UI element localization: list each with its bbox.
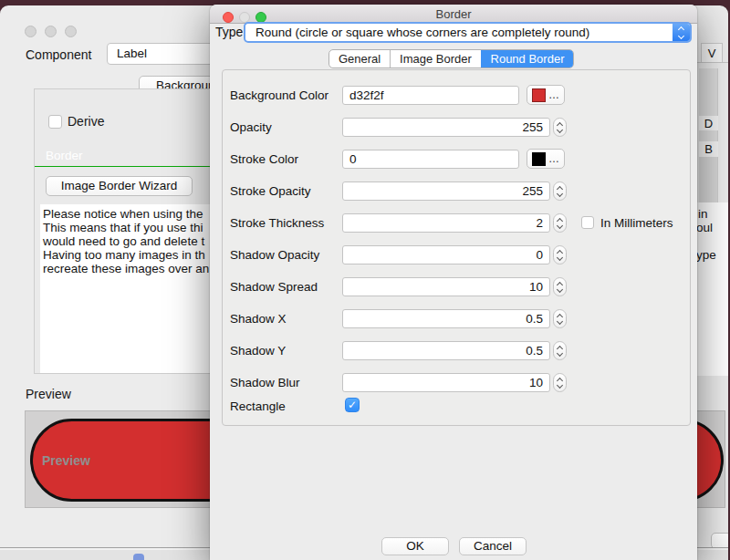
- rectangle-label: Rectangle: [230, 397, 286, 416]
- derive-label: Derive: [68, 112, 104, 130]
- shadow-x-input[interactable]: 0.5: [342, 309, 550, 328]
- edge-tab-underline: [696, 62, 728, 63]
- ok-button[interactable]: OK: [381, 537, 449, 555]
- stroke-color-input[interactable]: 0: [342, 150, 519, 169]
- stroke-opacity-label: Stroke Opacity: [230, 181, 311, 201]
- check-icon: ✓: [348, 399, 357, 411]
- edge-text-fragment-area: in oul ype: [696, 202, 728, 376]
- dialog-title: Border: [210, 5, 697, 24]
- stroke-thickness-stepper[interactable]: [553, 213, 567, 233]
- shadow-blur-label: Shadow Blur: [230, 373, 300, 392]
- rectangle-checkbox[interactable]: ✓: [345, 398, 360, 412]
- color-swatch-icon: [532, 152, 546, 166]
- shadow-opacity-stepper[interactable]: [553, 245, 567, 264]
- border-type-tabs: General Image Border Round Border: [328, 49, 574, 68]
- edge-text-fragment: ype: [696, 248, 716, 262]
- shadow-y-label: Shadow Y: [230, 341, 286, 360]
- shadow-y-stepper[interactable]: [553, 341, 567, 360]
- in-millimeters-checkbox[interactable]: [581, 216, 594, 229]
- close-icon[interactable]: [25, 26, 36, 37]
- dialog-titlebar[interactable]: Border: [210, 5, 697, 24]
- ellipsis-icon: …: [548, 90, 559, 99]
- border-list-item-label: Border: [46, 149, 83, 162]
- shadow-spread-stepper[interactable]: [553, 277, 567, 296]
- stroke-opacity-stepper[interactable]: [553, 181, 567, 201]
- border-dialog: Border Type Round (circle or square whos…: [210, 5, 697, 560]
- shadow-blur-stepper[interactable]: [553, 373, 567, 392]
- round-border-panel: Background Color d32f2f … Opacity 255 St…: [222, 69, 691, 426]
- opacity-input[interactable]: 255: [342, 118, 550, 137]
- shadow-x-stepper[interactable]: [553, 309, 567, 328]
- stroke-thickness-label: Stroke Thickness: [230, 213, 324, 233]
- preview-shape-label: Preview: [42, 453, 90, 468]
- opacity-stepper[interactable]: [553, 118, 567, 137]
- background-color-input[interactable]: d32f2f: [342, 86, 519, 105]
- edge-border-fragment[interactable]: B: [699, 141, 718, 157]
- stroke-thickness-input[interactable]: 2: [342, 213, 550, 233]
- color-swatch-icon: [532, 88, 546, 102]
- shadow-spread-input[interactable]: 10: [342, 277, 550, 296]
- image-border-wizard-button[interactable]: Image Border Wizard: [46, 176, 193, 196]
- edge-panel-fragment: [699, 130, 718, 141]
- shadow-opacity-input[interactable]: 0: [342, 245, 550, 264]
- combo-arrows-icon[interactable]: [673, 24, 690, 41]
- tab-general[interactable]: General: [329, 50, 390, 67]
- cancel-button[interactable]: Cancel: [459, 537, 527, 555]
- type-select[interactable]: Round (circle or square whose corners ar…: [244, 22, 692, 43]
- tab-round-border[interactable]: Round Border: [481, 50, 573, 67]
- type-label: Type: [215, 22, 243, 43]
- shadow-x-label: Shadow X: [230, 309, 287, 328]
- edge-tab-fragment[interactable]: V: [701, 43, 723, 63]
- shadow-opacity-label: Shadow Opacity: [230, 245, 319, 264]
- zoom-icon[interactable]: [65, 26, 77, 37]
- edge-derive-fragment[interactable]: D: [699, 116, 718, 130]
- stroke-color-label: Stroke Color: [230, 150, 298, 169]
- type-select-value: Round (circle or square whose corners ar…: [245, 24, 690, 41]
- shadow-spread-label: Shadow Spread: [230, 277, 318, 296]
- edge-text-fragment: oul: [696, 221, 713, 234]
- ellipsis-icon: …: [548, 154, 559, 163]
- stroke-color-picker-button[interactable]: …: [527, 149, 565, 169]
- stroke-opacity-input[interactable]: 255: [342, 181, 550, 201]
- in-millimeters-label: In Millimeters: [600, 213, 673, 233]
- minimize-icon[interactable]: [45, 26, 57, 37]
- background-color-picker-button[interactable]: …: [527, 85, 565, 105]
- shadow-y-input[interactable]: 0.5: [342, 341, 550, 360]
- preview-section-label: Preview: [26, 387, 71, 401]
- edge-panel-fragment: [699, 68, 718, 116]
- bottom-bar-glyph-icon[interactable]: [133, 554, 144, 560]
- desktop: Component Label Background Derive Border…: [0, 0, 730, 560]
- edge-panel-fragment: [699, 157, 718, 202]
- edge-text-fragment: in: [698, 207, 708, 221]
- background-color-label: Background Color: [230, 86, 328, 105]
- tab-image-border[interactable]: Image Border: [390, 50, 481, 67]
- shadow-blur-input[interactable]: 10: [342, 373, 550, 392]
- component-label: Component: [26, 44, 91, 66]
- derive-checkbox[interactable]: [48, 115, 62, 129]
- opacity-label: Opacity: [230, 118, 272, 137]
